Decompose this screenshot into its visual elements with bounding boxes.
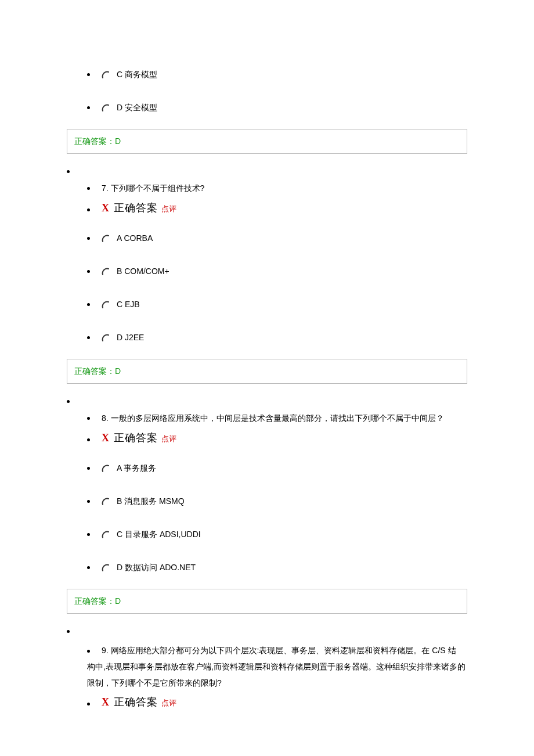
q8-option-c[interactable]: C 目录服务 ADSI,UDDI	[67, 518, 467, 551]
bullet-icon	[87, 467, 90, 470]
q7-option-d-label: D J2EE	[117, 332, 144, 344]
radio-icon	[102, 465, 110, 473]
q6-option-d[interactable]: D 安全模型	[67, 91, 467, 124]
bullet-icon	[87, 703, 90, 705]
q7-answer-box: 正确答案：D	[67, 359, 467, 384]
q7-option-b-label: B COM/COM+	[117, 265, 169, 278]
q6-option-d-label: D 安全模型	[117, 102, 157, 114]
radio-icon	[102, 334, 110, 342]
comment-link[interactable]: 点评	[161, 433, 176, 445]
q8-option-b-label: B 消息服务 MSMQ	[117, 495, 185, 507]
bullet-icon	[87, 73, 90, 76]
x-mark-icon: X	[102, 694, 109, 710]
q8-option-d[interactable]: D 数据访问 ADO.NET	[67, 551, 467, 584]
bullet-icon	[87, 417, 90, 420]
q7-option-b[interactable]: B COM/COM+	[67, 255, 467, 288]
correct-answer-label[interactable]: 正确答案	[114, 200, 158, 216]
correct-answer-label[interactable]: 正确答案	[114, 430, 158, 446]
q9-text-line1: 9. 网络应用绝大部分都可分为以下四个层次:表现层、事务层、资料逻辑层和资料存储…	[102, 646, 456, 655]
q9-text-block: 9. 网络应用绝大部分都可分为以下四个层次:表现层、事务层、资料逻辑层和资料存储…	[67, 639, 467, 691]
x-mark-icon: X	[102, 200, 109, 216]
radio-icon	[102, 104, 110, 112]
q7-option-d[interactable]: D J2EE	[67, 321, 467, 354]
radio-icon	[102, 531, 110, 539]
bullet-icon	[87, 336, 90, 339]
bullet-icon	[67, 630, 70, 633]
q6-option-c[interactable]: C 商务模型	[67, 58, 467, 91]
radio-icon	[102, 268, 110, 276]
q8-option-d-label: D 数据访问 ADO.NET	[117, 561, 196, 574]
radio-icon	[102, 235, 110, 243]
q8-text: 8. 一般的多层网络应用系统中，中间层是技术含量最高的部分，请找出下列哪个不属于…	[102, 412, 444, 424]
radio-icon	[102, 498, 110, 506]
radio-icon	[102, 564, 110, 572]
comment-link[interactable]: 点评	[161, 203, 176, 215]
q8-answer-line: X 正确答案 点评	[67, 427, 467, 452]
q7-text-row: 7. 下列哪个不属于组件技术?	[67, 179, 467, 197]
correct-answer-label[interactable]: 正确答案	[114, 694, 158, 710]
q8-answer-box: 正确答案：D	[67, 589, 467, 614]
radio-icon	[102, 301, 110, 309]
bullet-icon	[87, 566, 90, 569]
q8-option-a-label: A 事务服务	[117, 462, 156, 474]
bullet-icon	[87, 500, 90, 503]
q6-option-c-label: C 商务模型	[117, 69, 157, 81]
bullet-icon	[87, 533, 90, 536]
q6-answer-text: 正确答案：D	[74, 136, 121, 146]
comment-link[interactable]: 点评	[161, 697, 176, 709]
q6-answer-box: 正确答案：D	[67, 129, 467, 154]
q9-text-line3: 限制，下列哪个不是它所带来的限制?	[87, 678, 222, 687]
q7-option-c[interactable]: C EJB	[67, 288, 467, 321]
q8-option-b[interactable]: B 消息服务 MSMQ	[67, 485, 467, 518]
bullet-icon	[87, 270, 90, 273]
bullet-icon	[87, 650, 90, 653]
empty-bullet	[67, 624, 467, 639]
q7-option-a-label: A CORBA	[117, 232, 153, 244]
bullet-icon	[87, 208, 90, 211]
q8-answer-text: 正确答案：D	[74, 596, 121, 606]
q8-text-row: 8. 一般的多层网络应用系统中，中间层是技术含量最高的部分，请找出下列哪个不属于…	[67, 409, 467, 427]
bullet-icon	[87, 187, 90, 190]
q8-option-a[interactable]: A 事务服务	[67, 452, 467, 485]
bullet-icon	[87, 438, 90, 441]
q7-text: 7. 下列哪个不属于组件技术?	[102, 182, 204, 195]
bullet-icon	[87, 106, 90, 109]
bullet-icon	[67, 170, 70, 173]
q9-text-line2: 构中,表现层和事务层都放在客户端,而资料逻辑层和资料存储层则置于服务器端。这种组…	[87, 662, 466, 671]
q7-option-c-label: C EJB	[117, 298, 140, 311]
radio-icon	[102, 71, 110, 79]
q7-answer-text: 正确答案：D	[74, 366, 121, 376]
q8-option-c-label: C 目录服务 ADSI,UDDI	[117, 528, 201, 541]
empty-bullet	[67, 164, 467, 179]
empty-bullet	[67, 394, 467, 409]
x-mark-icon: X	[102, 430, 109, 446]
bullet-icon	[67, 400, 70, 403]
bullet-icon	[87, 237, 90, 240]
q7-answer-line: X 正确答案 点评	[67, 197, 467, 222]
bullet-icon	[87, 303, 90, 306]
q9-answer-line: X 正确答案 点评	[67, 691, 467, 716]
q7-option-a[interactable]: A CORBA	[67, 222, 467, 255]
